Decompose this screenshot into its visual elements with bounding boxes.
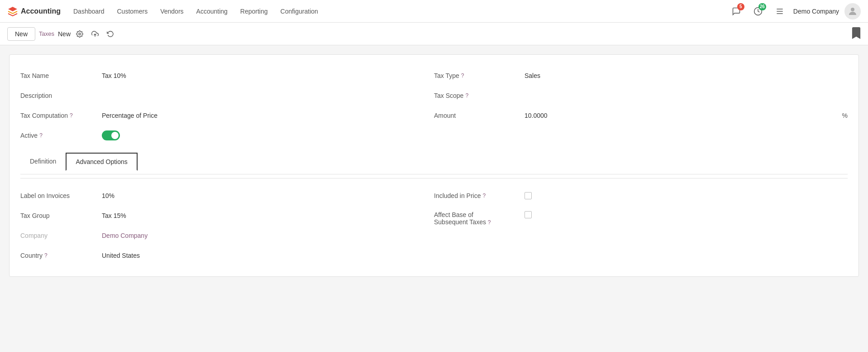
breadcrumb[interactable]: Taxes: [39, 30, 54, 37]
label-invoices-row: Label on Invoices 10%: [20, 186, 434, 206]
country-value[interactable]: United States: [102, 252, 434, 259]
nav-accounting[interactable]: Accounting: [191, 5, 233, 18]
app-name: Accounting: [21, 7, 61, 15]
advanced-form: Label on Invoices 10% Tax Group Tax 15% …: [20, 186, 848, 265]
country-label: Country ?: [20, 252, 102, 259]
tab-definition[interactable]: Definition: [20, 153, 66, 171]
topnav-right: 5 26 Demo Company: [728, 3, 861, 19]
tax-scope-row: Tax Scope ?: [434, 86, 848, 106]
amount-row: Amount 10.0000 %: [434, 106, 848, 125]
chat-button[interactable]: 5: [728, 3, 744, 19]
tax-name-label: Tax Name: [20, 72, 102, 79]
amount-unit: %: [842, 112, 848, 119]
nav-customers[interactable]: Customers: [112, 5, 153, 18]
nav-links: Dashboard Customers Vendors Accounting R…: [68, 5, 725, 18]
advanced-right: Included in Price ? Affect Base of Subse…: [434, 186, 848, 265]
advanced-tab-content: Label on Invoices 10% Tax Group Tax 15% …: [20, 178, 848, 265]
advanced-left: Label on Invoices 10% Tax Group Tax 15% …: [20, 186, 434, 265]
amount-value[interactable]: 10.0000: [525, 112, 839, 119]
app-logo[interactable]: Accounting: [7, 6, 61, 17]
label-invoices-value[interactable]: 10%: [102, 192, 434, 199]
label-invoices-label: Label on Invoices: [20, 192, 102, 199]
nav-configuration[interactable]: Configuration: [275, 5, 324, 18]
nav-dashboard[interactable]: Dashboard: [68, 5, 110, 18]
active-row: Active ?: [20, 125, 434, 145]
country-help[interactable]: ?: [44, 252, 48, 259]
undo-icon[interactable]: [104, 28, 117, 40]
tax-group-label: Tax Group: [20, 212, 102, 219]
affect-base-label: Affect Base of Subsequent Taxes ?: [434, 211, 525, 226]
company-name: Demo Company: [793, 8, 839, 15]
affect-base-checkbox[interactable]: [525, 211, 532, 218]
active-toggle[interactable]: [102, 130, 120, 140]
included-price-label: Included in Price ?: [434, 192, 525, 199]
form-top: Tax Name Tax 10% Description Tax Computa…: [20, 66, 848, 145]
tax-computation-row: Tax Computation ? Percentage of Price: [20, 106, 434, 125]
main-content: Tax Name Tax 10% Description Tax Computa…: [0, 45, 868, 286]
tax-type-value[interactable]: Sales: [525, 72, 848, 79]
tax-type-row: Tax Type ? Sales: [434, 66, 848, 86]
chat-badge: 5: [737, 3, 744, 10]
tax-type-label: Tax Type ?: [434, 72, 525, 79]
nav-reporting[interactable]: Reporting: [235, 5, 273, 18]
active-help[interactable]: ?: [39, 132, 43, 139]
included-price-help[interactable]: ?: [483, 193, 486, 199]
clock-button[interactable]: 26: [750, 3, 766, 19]
affect-base-help[interactable]: ?: [488, 219, 491, 226]
company-row: Company Demo Company: [20, 226, 434, 246]
tax-name-value[interactable]: Tax 10%: [102, 72, 434, 79]
company-label: Company: [20, 232, 102, 239]
included-price-row: Included in Price ?: [434, 186, 848, 206]
new-button[interactable]: New: [7, 27, 35, 41]
description-row: Description: [20, 86, 434, 106]
form-right: Tax Type ? Sales Tax Scope ? Amount 10.0…: [434, 66, 848, 145]
tax-name-row: Tax Name Tax 10%: [20, 66, 434, 86]
tax-computation-help[interactable]: ?: [70, 112, 73, 119]
tab-advanced-options[interactable]: Advanced Options: [66, 153, 137, 171]
tax-group-value[interactable]: Tax 15%: [102, 212, 434, 219]
active-label: Active ?: [20, 132, 102, 139]
app-logo-icon: [7, 6, 18, 17]
tax-computation-value[interactable]: Percentage of Price: [102, 112, 434, 119]
toolbar-actions: New: [58, 28, 117, 40]
nav-vendors[interactable]: Vendors: [155, 5, 189, 18]
company-value[interactable]: Demo Company: [102, 232, 434, 239]
tax-scope-help[interactable]: ?: [465, 92, 468, 99]
gear-icon[interactable]: [73, 28, 86, 40]
tax-computation-label: Tax Computation ?: [20, 112, 102, 119]
tax-group-row: Tax Group Tax 15%: [20, 206, 434, 226]
tax-scope-label: Tax Scope ?: [434, 92, 525, 99]
form-card: Tax Name Tax 10% Description Tax Computa…: [9, 54, 859, 277]
svg-point-5: [79, 33, 81, 35]
svg-point-4: [851, 8, 854, 11]
included-price-checkbox[interactable]: [525, 192, 532, 199]
upload-icon[interactable]: [89, 28, 101, 40]
bookmark-button[interactable]: [852, 27, 861, 40]
form-left: Tax Name Tax 10% Description Tax Computa…: [20, 66, 434, 145]
description-label: Description: [20, 92, 102, 99]
affect-base-row: Affect Base of Subsequent Taxes ?: [434, 206, 848, 229]
amount-label: Amount: [434, 112, 525, 119]
tax-type-help[interactable]: ?: [461, 72, 464, 79]
top-navigation: Accounting Dashboard Customers Vendors A…: [0, 0, 868, 23]
settings-button[interactable]: [772, 3, 788, 19]
clock-badge: 26: [758, 3, 766, 10]
toolbar-left: New Taxes: [7, 27, 54, 41]
country-row: Country ? United States: [20, 246, 434, 265]
toolbar: New Taxes New: [0, 23, 868, 45]
record-label: New: [58, 30, 71, 38]
tabs: Definition Advanced Options: [20, 153, 848, 170]
user-avatar[interactable]: [844, 3, 861, 19]
